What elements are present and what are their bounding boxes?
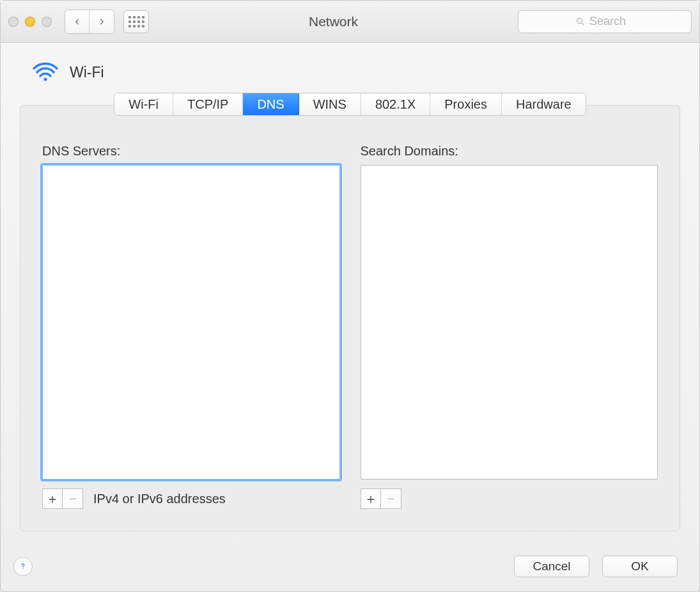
dns-hint: IPv4 or IPv6 addresses [93,492,226,506]
dialog-footer: Cancel OK [1,547,699,591]
zoom-window-button[interactable] [42,17,52,27]
minus-icon: − [387,492,394,506]
minimize-window-button[interactable] [25,17,35,27]
svg-point-3 [22,568,24,569]
minus-icon: − [69,492,77,506]
tab-hardware[interactable]: Hardware [502,93,586,115]
network-advanced-window: Network Wi-Fi Wi-Fi TCP/IP DNS [0,0,700,592]
tab-label: DNS [257,97,284,112]
svg-point-0 [577,18,582,23]
chevron-left-icon [73,17,82,26]
page-title: Wi-Fi [70,64,104,81]
window-title: Network [158,14,509,29]
tab-wins[interactable]: WINS [299,93,361,115]
tab-bar: Wi-Fi TCP/IP DNS WINS 802.1X Proxies Har… [114,93,586,116]
tab-8021x[interactable]: 802.1X [361,93,430,115]
tab-label: 802.1X [375,97,416,112]
plus-icon: ＋ [364,490,377,508]
ok-button[interactable]: OK [602,556,678,577]
grid-icon [128,16,144,27]
nav-back-forward [65,10,114,34]
tab-label: TCP/IP [187,97,228,112]
chevron-right-icon [97,17,106,26]
help-button[interactable] [13,557,33,576]
tab-dns[interactable]: DNS [243,93,299,115]
search-domains-pm-group: ＋ − [361,488,401,509]
forward-button[interactable] [89,10,114,33]
tab-label: Wi-Fi [128,97,159,112]
search-domains-label: Search Domains: [361,144,658,159]
cancel-button[interactable]: Cancel [514,556,589,577]
window-toolbar: Network [1,1,699,43]
interface-header: Wi-Fi [31,59,680,85]
wifi-icon [31,59,59,85]
button-label: OK [631,559,648,573]
show-all-button[interactable] [123,10,149,33]
tab-tcpip[interactable]: TCP/IP [173,93,243,115]
dns-servers-list[interactable] [42,165,340,479]
add-dns-server-button[interactable]: ＋ [42,488,63,509]
button-label: Cancel [533,559,570,573]
search-domains-column: Search Domains: ＋ − [361,144,658,509]
back-button[interactable] [65,10,89,33]
add-search-domain-button[interactable]: ＋ [361,488,381,509]
dns-servers-column: DNS Servers: ＋ − IPv4 or IPv6 addresses [42,144,340,509]
tab-label: Hardware [516,97,572,112]
remove-search-domain-button[interactable]: − [381,488,401,509]
svg-point-2 [43,77,47,81]
close-window-button[interactable] [8,17,19,27]
dns-panel: DNS Servers: ＋ − IPv4 or IPv6 addresses [20,105,680,531]
help-icon [19,562,27,571]
search-input[interactable] [589,15,634,28]
remove-dns-server-button[interactable]: − [63,488,83,509]
search-icon [575,17,586,27]
tab-proxies[interactable]: Proxies [430,93,502,115]
tab-label: Proxies [444,97,487,112]
dns-servers-label: DNS Servers: [42,144,340,159]
plus-icon: ＋ [46,490,59,508]
search-field-container[interactable] [518,10,692,33]
tab-label: WINS [313,97,346,112]
dns-servers-pm-group: ＋ − [42,488,83,509]
search-domains-list[interactable] [361,165,658,479]
traffic-lights [8,17,52,27]
svg-line-1 [582,22,584,25]
tab-wifi[interactable]: Wi-Fi [114,93,173,115]
content-area: Wi-Fi Wi-Fi TCP/IP DNS WINS 802.1X Proxi… [1,43,699,547]
